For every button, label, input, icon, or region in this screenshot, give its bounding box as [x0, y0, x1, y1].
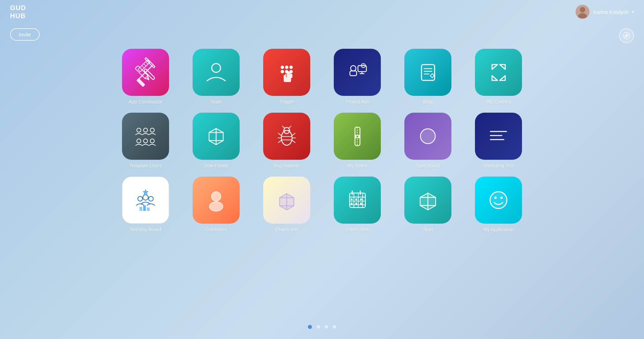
svg-line-46 [500, 76, 505, 80]
svg-point-50 [144, 128, 148, 132]
svg-point-54 [150, 139, 154, 143]
app-label-project-adv: Project Adv [346, 99, 369, 105]
app-icon-charts-test [263, 177, 310, 224]
svg-point-19 [281, 66, 284, 69]
pagination-dot-3[interactable] [325, 325, 328, 329]
svg-point-81 [138, 196, 143, 201]
app-label-template-users: Template Users [129, 163, 162, 168]
svg-line-60 [282, 126, 285, 128]
app-icon-my-notes [334, 113, 381, 160]
svg-point-111 [494, 196, 496, 199]
app-icon-bug-reports [263, 113, 310, 160]
app-item-charts-test[interactable]: Charts test [256, 177, 317, 234]
svg-point-75 [356, 136, 358, 138]
pagination-dot-1[interactable] [308, 325, 312, 329]
svg-line-71 [292, 140, 295, 143]
invite-button[interactable]: Invite [10, 28, 40, 41]
app-icon-md-content [475, 49, 522, 96]
app-icon-dow-family [193, 113, 240, 160]
svg-rect-10 [136, 78, 145, 87]
edit-icon[interactable] [619, 28, 634, 43]
svg-line-37 [492, 65, 497, 69]
app-icon-task-board [404, 113, 451, 160]
svg-point-1 [580, 7, 585, 12]
app-item-trigger[interactable]: Trigger [256, 49, 317, 106]
app-icon-project-adv [334, 49, 381, 96]
svg-point-83 [149, 196, 153, 201]
app-label-bug-reports: Bug Reports [274, 163, 300, 168]
svg-point-102 [355, 198, 357, 200]
svg-rect-85 [143, 205, 146, 211]
app-label-trigger: Trigger [279, 99, 294, 105]
svg-point-63 [288, 130, 289, 131]
app-label-my-application: My Application [483, 227, 514, 232]
user-name: Karina Kotulych [593, 9, 629, 15]
app-item-team[interactable]: Team [186, 49, 246, 106]
app-label-app-constructor: App Constructor [128, 99, 162, 105]
app-item-filters-test[interactable]: Filters Test [327, 177, 388, 234]
app-item-template-users[interactable]: Template Users [115, 113, 176, 170]
app-item-sheduling-test[interactable]: Sheduling Test [468, 113, 529, 170]
svg-point-110 [490, 192, 507, 209]
app-item-bug-reports[interactable]: Bug Reports [256, 113, 317, 170]
app-item-app-constructor[interactable]: App Constructor [115, 49, 176, 106]
app-icon-app-constructor [122, 49, 169, 96]
avatar [575, 4, 590, 19]
svg-point-53 [144, 139, 148, 143]
app-label-dow-family: Dow Family [204, 163, 228, 168]
svg-point-62 [284, 130, 286, 131]
svg-point-105 [360, 202, 362, 204]
app-item-dow-family[interactable]: Dow Family [186, 113, 246, 170]
pagination-dot-2[interactable] [317, 325, 320, 329]
app-icon-filters-test [334, 177, 381, 224]
app-item-start[interactable]: Start [398, 177, 458, 234]
app-grid: App Constructor Team [115, 49, 529, 234]
pagination [308, 325, 336, 329]
svg-point-51 [150, 128, 154, 132]
svg-line-61 [289, 126, 291, 128]
svg-point-112 [500, 196, 502, 199]
app-icon-start [404, 177, 451, 224]
svg-point-88 [209, 202, 223, 211]
svg-rect-26 [350, 71, 357, 76]
app-item-blog[interactable]: Blog [398, 49, 458, 106]
svg-marker-80 [143, 189, 148, 195]
app-icon-template-users [122, 113, 169, 160]
svg-point-25 [351, 66, 356, 71]
app-label-blog: Blog [423, 99, 433, 105]
app-item-celebrities[interactable]: Celebrities [186, 177, 246, 234]
chevron-down-icon: ▾ [632, 9, 634, 14]
app-label-celebrities: Celebrities [205, 227, 227, 232]
app-label-sheduling-test: Sheduling Test [483, 163, 514, 168]
svg-line-43 [492, 76, 497, 80]
app-label-start: Start [423, 227, 433, 232]
svg-point-101 [351, 198, 353, 200]
app-item-task-board[interactable]: Task Board [398, 113, 458, 170]
app-label-task-board: Task Board [416, 163, 440, 168]
app-label-team: Team [210, 99, 222, 105]
app-icon-sheduling-test [475, 113, 522, 160]
app-item-my-notes[interactable]: My Notes [327, 113, 388, 170]
pagination-dot-4[interactable] [333, 325, 336, 329]
svg-point-22 [281, 70, 284, 73]
app-label-birthday-board: Birthday Board [130, 227, 161, 232]
app-item-project-adv[interactable]: Project Adv [327, 49, 388, 106]
app-label-filters-test: Filters Test [346, 227, 368, 232]
svg-line-66 [278, 133, 281, 136]
svg-line-69 [292, 133, 295, 136]
app-item-birthday-board[interactable]: Birthday Board [115, 177, 176, 234]
svg-line-16 [144, 64, 146, 66]
header: GUD HUB Karina Kotulych ▾ [0, 0, 644, 24]
svg-point-76 [420, 129, 435, 144]
svg-point-18 [212, 64, 220, 72]
app-icon-my-application [475, 177, 522, 224]
app-label-md-content: MD Content [486, 99, 511, 105]
svg-point-106 [360, 198, 362, 200]
user-info[interactable]: Karina Kotulych ▾ [575, 4, 634, 19]
svg-point-58 [281, 130, 292, 145]
app-item-md-content[interactable]: MD Content [468, 49, 529, 106]
app-icon-blog [404, 49, 451, 96]
app-icon-trigger [263, 49, 310, 96]
svg-point-49 [137, 128, 141, 132]
app-item-my-application[interactable]: My Application [468, 177, 529, 234]
